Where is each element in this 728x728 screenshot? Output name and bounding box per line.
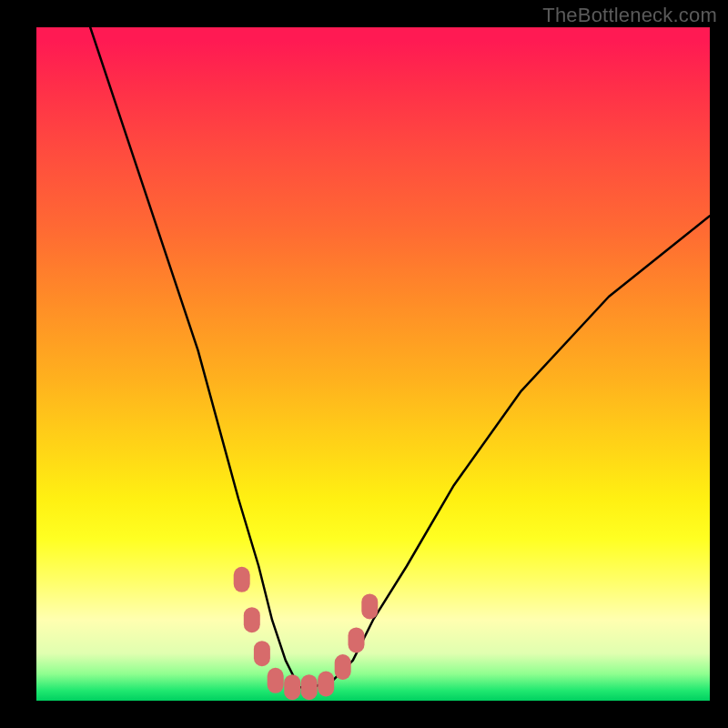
marker-point xyxy=(361,593,378,619)
plot-area xyxy=(36,27,710,701)
watermark-text: TheBottleneck.com xyxy=(542,4,717,27)
marker-point xyxy=(234,567,250,592)
marker-point xyxy=(284,674,300,700)
marker-point xyxy=(335,654,351,680)
highlight-markers xyxy=(234,567,379,700)
marker-point xyxy=(268,668,284,693)
chart-svg xyxy=(36,27,710,701)
chart-frame: TheBottleneck.com xyxy=(0,0,728,728)
curve-path xyxy=(90,27,710,687)
bottleneck-curve xyxy=(90,27,710,687)
marker-point xyxy=(318,672,334,697)
marker-point xyxy=(254,641,270,666)
marker-point xyxy=(301,674,318,700)
marker-point xyxy=(244,607,260,632)
marker-point xyxy=(349,627,365,652)
